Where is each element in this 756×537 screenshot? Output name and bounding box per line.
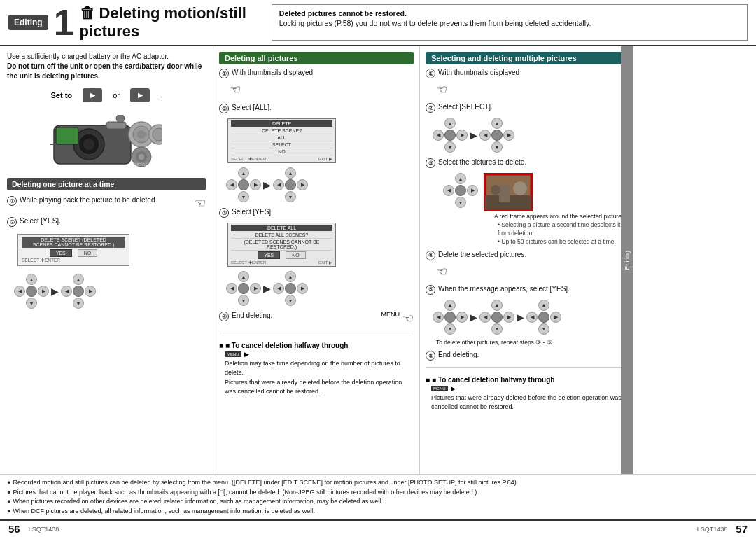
right-dpad1-center[interactable] xyxy=(444,130,456,141)
mid-dpad1-center[interactable] xyxy=(238,179,249,190)
dpad2-right[interactable]: ▶ xyxy=(85,286,96,297)
right-step4-row: ④ Delete the selected pictures. xyxy=(426,250,628,260)
or-text: or xyxy=(111,91,122,99)
dpad-row-left: ▲ ◀ ▶ ▼ ▶ ▲ ◀ ▶ xyxy=(14,274,206,309)
mid-screen2-footer-right: EXIT ▶ xyxy=(318,260,332,265)
mid-step1-text: With thumbnails displayed xyxy=(232,68,414,78)
mid-dpad2-center[interactable] xyxy=(285,179,296,190)
right-dpad1-right[interactable]: ▶ xyxy=(456,130,468,141)
yes-button[interactable]: YES xyxy=(50,249,72,257)
mid-screen1: DELETE DELETE SCENE? ALL SELECT NO SELEC… xyxy=(227,118,336,163)
right-dpad5a-center[interactable] xyxy=(444,312,456,323)
page-header: Editing 1 🗑 Deleting motion/still pictur… xyxy=(0,0,756,46)
right-dpad1-left[interactable]: ◀ xyxy=(433,130,444,141)
right-dpad5c-right[interactable]: ▶ xyxy=(550,312,561,323)
right-dpad5a: ▲ ◀ ▶ ▼ xyxy=(433,300,468,335)
right-step6-text: End deleting. xyxy=(438,350,628,360)
right-dpad3-up[interactable]: ▲ xyxy=(455,173,466,184)
right-dpad5b-up[interactable]: ▲ xyxy=(491,300,503,311)
right-dpad5c-down[interactable]: ▼ xyxy=(538,323,550,335)
right-step3-row: ③ Select the pictures to delete. xyxy=(426,158,628,168)
dpad-left[interactable]: ◀ xyxy=(14,286,25,297)
mid-dpad4-up[interactable]: ▲ xyxy=(285,271,296,282)
right-dpad5b-right[interactable]: ▶ xyxy=(503,312,514,323)
right-dpad5a-up[interactable]: ▲ xyxy=(444,300,456,311)
right-dpad5b-left[interactable]: ◀ xyxy=(479,312,491,323)
screen-footer: SELECT ✚ENTER xyxy=(22,258,125,263)
mid-nav-arrow1: ▶ xyxy=(263,179,271,190)
page-number-left: 56 xyxy=(8,523,20,535)
mid-dpad4-center[interactable] xyxy=(285,283,296,294)
mid-dpad1-left[interactable]: ◀ xyxy=(226,179,237,190)
dpad-right[interactable]: ▶ xyxy=(38,286,49,297)
mid-step4-circle: ④ xyxy=(219,312,229,321)
right-dpad3-right[interactable]: ▶ xyxy=(467,185,478,196)
right-step3-circle: ③ xyxy=(426,158,435,168)
right-dpad-row1: ▲ ◀ ▶ ▼ ▶ ▲ ◀ ▶ xyxy=(433,118,628,153)
dpad2-down[interactable]: ▼ xyxy=(73,298,84,309)
right-cancel-note: Pictures that were already deleted befor… xyxy=(431,393,628,411)
right-dpad1-up[interactable]: ▲ xyxy=(444,118,456,129)
mid-dpad4-right[interactable]: ▶ xyxy=(297,283,308,294)
mid-dpad3-right[interactable]: ▶ xyxy=(250,283,261,294)
right-menu-icon: MENU xyxy=(431,386,448,391)
svg-point-22 xyxy=(491,185,500,195)
svg-text:MENU: MENU xyxy=(134,162,147,167)
right-dpad2-up[interactable]: ▲ xyxy=(491,118,503,129)
right-step2-row: ② Select [SELECT]. xyxy=(426,102,628,113)
mid-step3-circle: ③ xyxy=(219,208,229,218)
mid-dpad2-down[interactable]: ▼ xyxy=(285,191,296,202)
right-dpad1-down[interactable]: ▼ xyxy=(444,141,456,153)
right-hand1: ☜ xyxy=(436,82,628,97)
mid-dpad4-left[interactable]: ◀ xyxy=(273,283,284,294)
right-dpad5c-center[interactable] xyxy=(538,312,550,323)
right-dpad5b-center[interactable] xyxy=(491,312,503,323)
right-step3-text: Select the pictures to delete. xyxy=(438,158,628,167)
mid-dpad1-up[interactable]: ▲ xyxy=(238,167,249,179)
right-dpad3-center[interactable] xyxy=(455,185,466,196)
mid-screen1-footer-right: EXIT ▶ xyxy=(318,156,332,161)
mid-dpad4-down[interactable]: ▼ xyxy=(285,295,296,306)
right-dpad5c-left[interactable]: ◀ xyxy=(526,312,538,323)
note-text-4: When DCF pictures are deleted, all relat… xyxy=(13,507,314,517)
mid-cancel-title: ■ ■ To cancel deletion halfway through xyxy=(219,342,414,349)
no-button[interactable]: NO xyxy=(78,249,98,257)
mid-dpad2-up[interactable]: ▲ xyxy=(285,167,296,179)
mid-dpad3-center[interactable] xyxy=(238,283,249,294)
mid-dpad1-down[interactable]: ▼ xyxy=(238,191,249,202)
right-dpad3-left[interactable]: ◀ xyxy=(443,185,454,196)
right-dpad5c-up[interactable]: ▲ xyxy=(538,300,550,311)
mid-screen2: DELETE ALL DELETE ALL SCENES? (DELETED S… xyxy=(227,223,336,267)
hand-icon-r4: ☜ xyxy=(436,264,447,279)
dpad2-up[interactable]: ▲ xyxy=(73,274,84,285)
dpad-up[interactable]: ▲ xyxy=(26,274,37,285)
mid-yes-btn[interactable]: YES xyxy=(258,251,280,259)
right-dpad5a-left[interactable]: ◀ xyxy=(433,312,444,323)
mid-no-btn[interactable]: NO xyxy=(286,251,306,259)
note-text-1: Recorded motion and still pictures can b… xyxy=(13,478,516,488)
mid-dpad3-left[interactable]: ◀ xyxy=(226,283,237,294)
dpad: ▲ ◀ ▶ ▼ xyxy=(14,274,49,309)
mid-dpad3-up[interactable]: ▲ xyxy=(238,271,249,282)
right-dpad5b-down[interactable]: ▼ xyxy=(491,323,503,335)
right-dpad5a-right[interactable]: ▶ xyxy=(456,312,468,323)
right-dpad2-down[interactable]: ▼ xyxy=(491,141,503,153)
right-dpad3-down[interactable]: ▼ xyxy=(455,197,466,208)
right-dpad2-left[interactable]: ◀ xyxy=(479,130,491,141)
dpad-center[interactable] xyxy=(26,286,37,297)
notice-title: Deleted pictures cannot be restored. xyxy=(279,9,740,18)
mid-dpad2-left[interactable]: ◀ xyxy=(273,179,284,190)
mid-dpad3-down[interactable]: ▼ xyxy=(238,295,249,306)
hand-icon-1: ☜ xyxy=(195,195,206,211)
right-dpad2-center[interactable] xyxy=(491,130,503,141)
mid-screen1-row3: SELECT xyxy=(231,141,332,148)
right-step5-row: ⑤ When the message appears, select [YES]… xyxy=(426,284,628,295)
right-dpad5a-down[interactable]: ▼ xyxy=(444,323,456,335)
dpad2-left[interactable]: ◀ xyxy=(61,286,72,297)
dpad2-center[interactable] xyxy=(73,286,84,297)
dpad-down[interactable]: ▼ xyxy=(26,298,37,309)
mid-dpad1-right[interactable]: ▶ xyxy=(250,179,261,190)
right-dpad2-right[interactable]: ▶ xyxy=(503,130,514,141)
mid-dpad2-right[interactable]: ▶ xyxy=(297,179,308,190)
mid-dpad-row2: ▲ ◀ ▶ ▼ ▶ ▲ ◀ ▶ xyxy=(226,271,414,306)
